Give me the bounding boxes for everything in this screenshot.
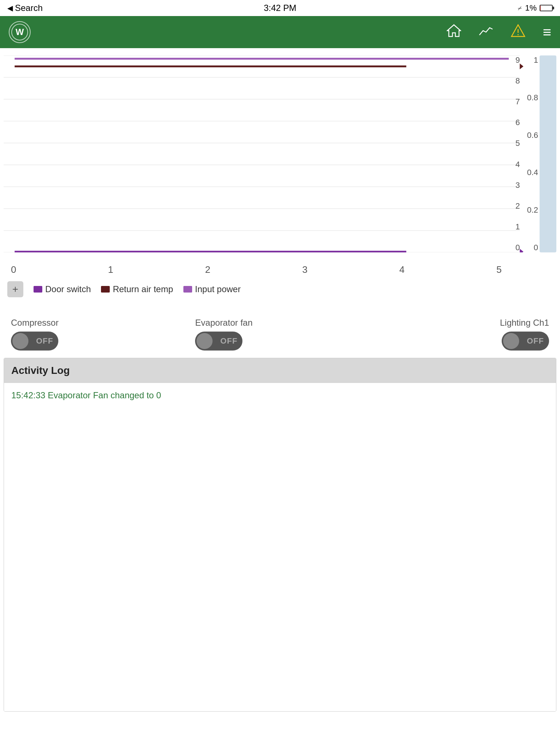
y-axis-right: 0 0.2 0.4 0.6 0.8 1 [527, 55, 538, 252]
y-left-9: 9 [516, 55, 520, 65]
evaporator-fan-state: OFF [220, 336, 237, 346]
nav-bar: W ≡ [0, 16, 560, 48]
x-2: 2 [205, 264, 210, 275]
compressor-toggle[interactable]: OFF [11, 332, 58, 351]
legend-door-switch: Door switch [34, 284, 91, 294]
y-right-0: 0 [527, 243, 538, 252]
battery-percent: 1% [525, 3, 537, 13]
right-scrollbar[interactable] [540, 55, 556, 252]
svg-point-5 [517, 34, 518, 35]
y-right-04: 0.4 [527, 168, 538, 177]
nav-actions: ≡ [447, 24, 551, 40]
lighting-ch1-state: OFF [527, 336, 544, 346]
chart-legend: + Door switch Return air temp Input powe… [0, 275, 560, 303]
y-left-6: 6 [516, 118, 520, 127]
chart-container: 0 1 2 3 4 5 6 7 8 9 0 0.2 0.4 0.6 0.8 1 [4, 55, 556, 260]
lighting-ch1-knob [503, 333, 519, 349]
input-power-color [183, 286, 192, 293]
x-1: 1 [108, 264, 113, 275]
chart-area: 0 1 2 3 4 5 6 7 8 9 0 0.2 0.4 0.6 0.8 1 … [0, 48, 560, 310]
home-icon[interactable] [447, 24, 461, 40]
x-0: 0 [11, 264, 16, 275]
chart-icon[interactable] [479, 24, 493, 40]
x-4: 4 [399, 264, 404, 275]
activity-log-header: Activity Log [4, 358, 556, 383]
y-right-08: 0.8 [527, 93, 538, 102]
lighting-ch1-label: Lighting Ch1 [500, 318, 549, 328]
y-axis-left: 0 1 2 3 4 5 6 7 8 9 [516, 55, 520, 252]
return-air-temp-label: Return air temp [113, 284, 173, 294]
compressor-knob [12, 333, 28, 349]
back-arrow-icon: ◀ [7, 4, 13, 12]
y-left-7: 7 [516, 97, 520, 107]
activity-log-body: 15:42:33 Evaporator Fan changed to 0 [4, 383, 556, 711]
activity-entry-0: 15:42:33 Evaporator Fan changed to 0 [11, 389, 549, 402]
status-left: ◀ Search [7, 3, 43, 13]
controls-row: Compressor OFF Evaporator fan OFF Lighti… [0, 310, 560, 358]
y-left-0: 0 [516, 243, 520, 252]
y-right-02: 0.2 [527, 205, 538, 215]
evaporator-fan-knob [197, 333, 213, 349]
evaporator-fan-label: Evaporator fan [195, 318, 252, 328]
door-switch-color [34, 286, 42, 293]
status-time: 3:42 PM [264, 3, 296, 13]
x-5: 5 [496, 264, 501, 275]
y-left-3: 3 [516, 181, 520, 190]
y-right-1: 1 [527, 55, 538, 65]
activity-log: Activity Log 15:42:33 Evaporator Fan cha… [4, 358, 556, 712]
legend-return-air-temp: Return air temp [101, 284, 173, 294]
evaporator-fan-control: Evaporator fan OFF [195, 318, 365, 351]
y-left-1: 1 [516, 222, 520, 232]
status-right: ⌿ 1% [517, 3, 553, 13]
lighting-ch1-toggle[interactable]: OFF [502, 332, 549, 351]
x-3: 3 [302, 264, 307, 275]
legend-input-power: Input power [183, 284, 241, 294]
svg-text:W: W [16, 27, 24, 37]
compressor-state: OFF [36, 336, 53, 346]
y-left-4: 4 [516, 160, 520, 169]
lighting-ch1-control: Lighting Ch1 OFF [380, 318, 549, 351]
evaporator-fan-toggle[interactable]: OFF [195, 332, 242, 351]
door-switch-label: Door switch [45, 284, 91, 294]
app-logo[interactable]: W [9, 21, 31, 43]
x-axis: 0 1 2 3 4 5 [0, 261, 560, 275]
svg-marker-19 [520, 63, 524, 69]
compressor-label: Compressor [11, 318, 59, 328]
chart-svg [4, 55, 556, 252]
y-right-06: 0.6 [527, 131, 538, 140]
compressor-control: Compressor OFF [11, 318, 180, 351]
battery-icon [540, 5, 553, 11]
legend-add-button[interactable]: + [7, 281, 23, 297]
status-bar: ◀ Search 3:42 PM ⌿ 1% [0, 0, 560, 16]
y-left-8: 8 [516, 76, 520, 86]
svg-marker-2 [447, 25, 460, 36]
y-left-5: 5 [516, 139, 520, 148]
bluetooth-icon: ⌿ [517, 3, 522, 13]
input-power-label: Input power [195, 284, 241, 294]
y-left-2: 2 [516, 201, 520, 211]
svg-marker-20 [520, 249, 524, 252]
search-label[interactable]: Search [15, 3, 43, 13]
menu-icon[interactable]: ≡ [543, 25, 551, 39]
return-air-temp-color [101, 286, 110, 293]
warning-icon[interactable] [511, 24, 525, 40]
